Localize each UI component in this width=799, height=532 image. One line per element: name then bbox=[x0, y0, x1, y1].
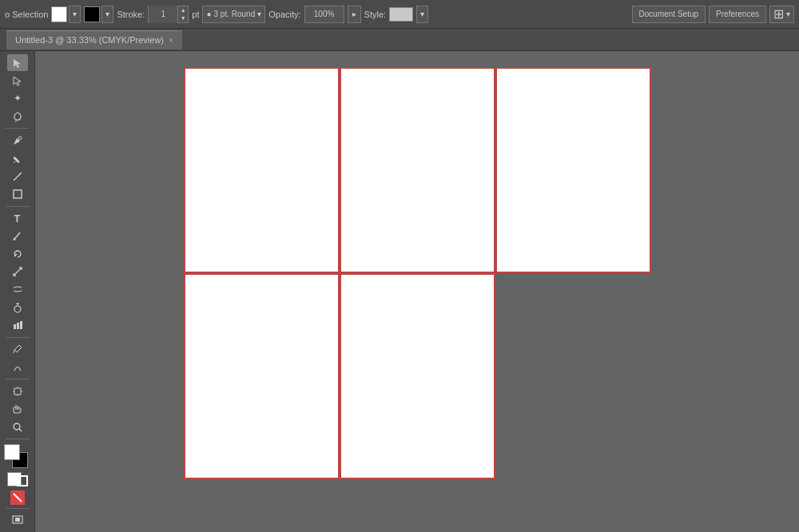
artboard-page-3[interactable] bbox=[495, 67, 651, 273]
eyedropper-tool-btn[interactable] bbox=[7, 341, 28, 358]
tool-separator-5 bbox=[6, 439, 30, 439]
pen-tool-btn[interactable] bbox=[7, 132, 28, 149]
lasso-icon bbox=[12, 111, 23, 122]
stroke-unit: pt bbox=[192, 10, 199, 19]
artboard-container bbox=[184, 67, 651, 516]
rectangle-tool-btn[interactable] bbox=[7, 185, 28, 202]
svg-line-17 bbox=[19, 429, 22, 431]
stroke-swatch-dropdown[interactable]: ▾ bbox=[101, 6, 113, 23]
svg-point-16 bbox=[14, 423, 20, 430]
artboard-page-1[interactable] bbox=[184, 67, 340, 273]
selection-tool-btn[interactable] bbox=[7, 54, 28, 71]
svg-rect-20 bbox=[15, 518, 20, 522]
opacity-expand-icon: ▸ bbox=[352, 10, 356, 18]
artboard-placeholder bbox=[495, 273, 651, 479]
selection-tool-icon bbox=[12, 58, 23, 69]
pencil-tool-btn[interactable] bbox=[7, 150, 28, 167]
tool-separator-3 bbox=[6, 337, 30, 338]
line-tool-btn[interactable] bbox=[7, 168, 28, 185]
selection-label: o Selection bbox=[5, 10, 48, 19]
scale-tool-btn[interactable] bbox=[7, 263, 28, 280]
opacity-input[interactable] bbox=[304, 6, 344, 23]
stroke-profile-label: 3 pt. Round bbox=[214, 10, 256, 18]
foreground-color-swatch[interactable] bbox=[4, 444, 20, 460]
stroke-up-btn[interactable]: ▲ bbox=[178, 6, 188, 14]
screen-mode-btn[interactable] bbox=[7, 512, 28, 529]
rotate-tool-icon bbox=[12, 248, 23, 260]
workspace-arrow: ▾ bbox=[786, 10, 790, 18]
svg-point-6 bbox=[14, 306, 21, 312]
svg-rect-7 bbox=[14, 324, 16, 329]
stroke-profile-arrow: ▾ bbox=[257, 10, 261, 18]
none-color-indicator[interactable] bbox=[10, 490, 25, 505]
scale-tool-icon bbox=[12, 266, 23, 277]
tab-close-button[interactable]: × bbox=[169, 36, 173, 45]
symbol-sprayer-icon bbox=[12, 302, 23, 313]
svg-point-5 bbox=[13, 238, 15, 240]
symbol-sprayer-btn[interactable] bbox=[7, 299, 28, 316]
stroke-label: Stroke: bbox=[117, 10, 145, 19]
stroke-value-container: ▲ ▼ bbox=[148, 6, 189, 23]
fill-dropdown-arrow: ▾ bbox=[73, 10, 77, 18]
svg-rect-9 bbox=[20, 321, 22, 329]
eyedropper-icon bbox=[12, 343, 23, 355]
tool-separator-6 bbox=[6, 508, 30, 509]
line-tool-icon bbox=[12, 171, 23, 182]
hand-tool-btn[interactable] bbox=[7, 401, 28, 418]
pencil-tool-icon bbox=[12, 153, 23, 164]
svg-rect-8 bbox=[17, 323, 19, 329]
fill-dropdown[interactable]: ▾ bbox=[69, 6, 81, 23]
fill-swatch[interactable] bbox=[51, 6, 67, 22]
blend-tool-icon bbox=[12, 362, 23, 373]
stroke-profile-dropdown[interactable]: ● 3 pt. Round ▾ bbox=[202, 6, 265, 23]
artboard-page-5[interactable] bbox=[340, 273, 495, 479]
blend-tool-btn[interactable] bbox=[7, 359, 28, 375]
main-area: ✦ bbox=[0, 51, 799, 532]
stroke-down-btn[interactable]: ▼ bbox=[178, 14, 188, 22]
zoom-tool-icon bbox=[12, 422, 23, 433]
stroke-input[interactable] bbox=[149, 6, 177, 23]
type-tool-icon: T bbox=[14, 212, 21, 224]
tabbar: Untitled-3 @ 33.33% (CMYK/Preview) × bbox=[0, 29, 799, 51]
stroke-mode-indicator[interactable] bbox=[17, 475, 28, 486]
rotate-tool-btn[interactable] bbox=[7, 245, 28, 262]
magic-wand-tool-btn[interactable]: ✦ bbox=[7, 90, 28, 107]
color-swatches-container bbox=[4, 444, 31, 466]
none-icon bbox=[13, 493, 22, 502]
stroke-spinners: ▲ ▼ bbox=[177, 6, 188, 22]
zoom-tool-btn[interactable] bbox=[7, 419, 28, 435]
pen-tool-icon bbox=[12, 135, 23, 146]
type-tool-btn[interactable]: T bbox=[7, 209, 28, 226]
paintbrush-tool-btn[interactable] bbox=[7, 228, 28, 244]
svg-point-1 bbox=[18, 137, 22, 140]
fill-stroke-swatches: ▾ bbox=[51, 6, 81, 23]
document-tab[interactable]: Untitled-3 @ 33.33% (CMYK/Preview) × bbox=[6, 30, 182, 50]
direct-selection-tool-icon bbox=[12, 75, 23, 86]
svg-line-10 bbox=[14, 350, 14, 353]
canvas-area[interactable] bbox=[35, 51, 799, 532]
style-label: Style: bbox=[364, 10, 387, 19]
opacity-label: Opacity: bbox=[268, 10, 300, 19]
stroke-swatch[interactable] bbox=[84, 6, 100, 22]
style-swatch[interactable] bbox=[389, 7, 413, 22]
tool-separator-4 bbox=[6, 379, 30, 379]
paintbrush-icon bbox=[12, 230, 23, 241]
artboard-tool-btn[interactable] bbox=[7, 383, 28, 399]
direct-selection-tool-btn[interactable] bbox=[7, 72, 28, 89]
preferences-button[interactable]: Preferences bbox=[709, 6, 766, 23]
screen-mode-icon bbox=[11, 514, 24, 526]
lasso-tool-btn[interactable] bbox=[7, 108, 28, 125]
svg-rect-4 bbox=[14, 190, 22, 198]
artboard-page-4[interactable] bbox=[184, 273, 340, 479]
artboard-tool-icon bbox=[12, 386, 23, 397]
document-setup-button[interactable]: Document Setup bbox=[632, 6, 706, 23]
warp-tool-btn[interactable] bbox=[7, 281, 28, 298]
artboard-page-2[interactable] bbox=[340, 67, 495, 273]
style-dropdown[interactable]: ▾ bbox=[416, 6, 428, 23]
graph-tool-btn[interactable] bbox=[7, 316, 28, 333]
workspace-switcher[interactable]: ⊞ ▾ bbox=[769, 6, 794, 23]
fill-stroke-mode-group bbox=[7, 472, 28, 486]
opacity-arrow-btn[interactable]: ▸ bbox=[348, 6, 361, 23]
warp-tool-icon bbox=[12, 284, 23, 295]
workspace-icon: ⊞ bbox=[773, 6, 784, 22]
